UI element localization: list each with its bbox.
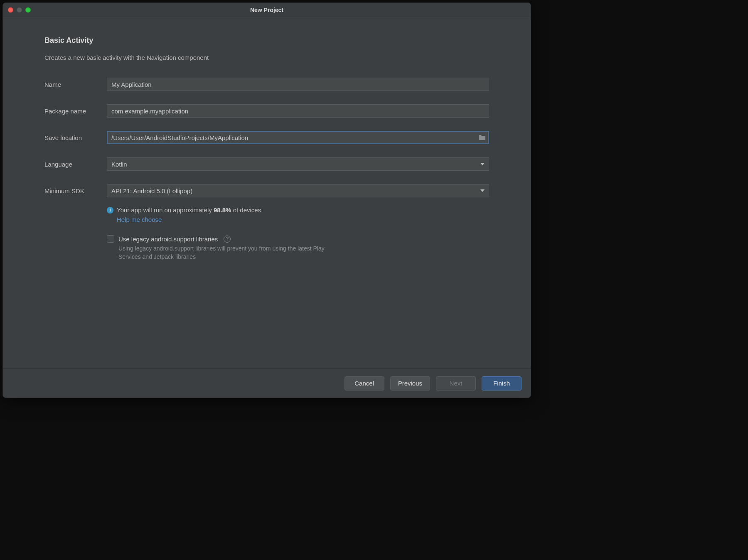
minsdk-select[interactable]: API 21: Android 5.0 (Lollipop) [107, 184, 489, 197]
legacy-description: Using legacy android.support libraries w… [118, 244, 335, 261]
legacy-checkbox-row: Use legacy android.support libraries ? [107, 235, 489, 243]
sdk-info-text: Your app will run on approximately 98.8%… [117, 206, 263, 214]
label-package: Package name [44, 108, 107, 115]
label-name: Name [44, 81, 107, 88]
name-input[interactable] [107, 78, 489, 91]
dialog-footer: Cancel Previous Next Finish [3, 368, 531, 398]
help-me-choose-link[interactable]: Help me choose [117, 216, 162, 223]
legacy-checkbox[interactable] [107, 235, 114, 243]
row-name: Name [44, 78, 489, 91]
cancel-button[interactable]: Cancel [344, 376, 384, 391]
window-controls [8, 7, 31, 12]
label-minsdk: Minimum SDK [44, 187, 107, 194]
row-minsdk: Minimum SDK API 21: Android 5.0 (Lollipo… [44, 184, 489, 197]
titlebar: New Project [3, 3, 531, 17]
location-input[interactable] [107, 131, 489, 144]
close-icon[interactable] [8, 7, 13, 12]
legacy-label: Use legacy android.support libraries [118, 236, 218, 243]
window-title: New Project [250, 7, 283, 13]
help-icon[interactable]: ? [224, 236, 231, 243]
new-project-dialog: New Project Basic Activity Creates a new… [2, 2, 531, 398]
language-value: Kotlin [111, 161, 127, 168]
label-language: Language [44, 161, 107, 168]
row-language: Language Kotlin [44, 157, 489, 171]
minimize-icon[interactable] [17, 7, 22, 12]
package-input[interactable] [107, 104, 489, 118]
folder-icon [478, 135, 486, 140]
dialog-content: Basic Activity Creates a new basic activ… [3, 17, 531, 368]
label-location: Save location [44, 134, 107, 141]
browse-folder-button[interactable] [477, 134, 487, 141]
chevron-down-icon [480, 163, 485, 165]
maximize-icon[interactable] [25, 7, 31, 12]
next-button: Next [436, 376, 476, 391]
chevron-down-icon [480, 189, 485, 192]
page-subtitle: Creates a new basic activity with the Na… [44, 54, 489, 61]
previous-button[interactable]: Previous [390, 376, 430, 391]
minsdk-value: API 21: Android 5.0 (Lollipop) [111, 187, 192, 194]
finish-button[interactable]: Finish [482, 376, 522, 391]
language-select[interactable]: Kotlin [107, 157, 489, 171]
sdk-info-line: i Your app will run on approximately 98.… [107, 206, 489, 214]
row-location: Save location [44, 131, 489, 144]
legacy-support-section: Use legacy android.support libraries ? U… [107, 235, 489, 261]
info-icon: i [107, 207, 113, 214]
sdk-info: i Your app will run on approximately 98.… [107, 206, 489, 224]
row-package: Package name [44, 104, 489, 118]
page-title: Basic Activity [44, 36, 489, 45]
